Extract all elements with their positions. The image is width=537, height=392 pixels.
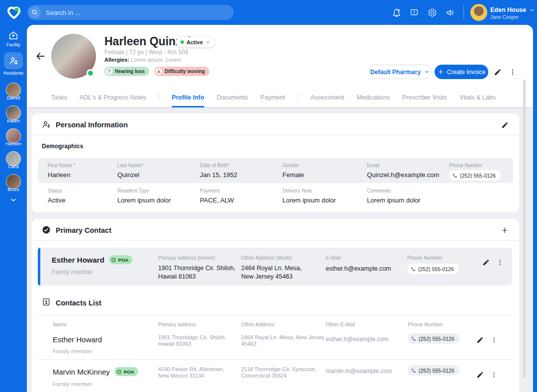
resident-name: Darrell: [0, 96, 27, 100]
address-line: 1901 Thornridge Cir. Shiloh,: [158, 334, 226, 341]
resident-name: Harleen: [0, 141, 27, 146]
contact-more-menu-icon[interactable]: [488, 369, 499, 380]
tag-label: Difficulty moving: [165, 69, 205, 74]
address-line: Hawaii 81063: [158, 273, 235, 281]
field-label: Status: [48, 188, 65, 194]
field-value: Quinzel.h@example.com: [367, 171, 439, 179]
global-search: [27, 5, 234, 20]
field-value: Lorem ipsum dolor: [117, 196, 171, 204]
resident-name: Bruce: [0, 187, 27, 192]
org-name: Eden House: [490, 6, 526, 13]
online-status-dot: [87, 69, 94, 77]
contact-relation: Family member: [53, 381, 92, 387]
address-line: 1901 Thornridge Cir. Shiloh,: [158, 264, 235, 273]
contacts-list-title: Contacts List: [56, 299, 101, 307]
status-label: Active: [186, 39, 203, 45]
contact-name: Esther Howard: [53, 335, 102, 344]
tag-hearing-loss[interactable]: Hearing loss: [104, 67, 149, 76]
contact-name: Esther Howard: [52, 256, 104, 264]
current-user-name: Jane Cooper: [490, 14, 519, 20]
contact-more-menu-icon[interactable]: [488, 334, 499, 345]
campaign-megaphone-icon[interactable]: [444, 6, 456, 19]
default-pharmacy-dropdown[interactable]: Default Pharmacy: [369, 65, 431, 79]
sidebar-expand-chevron-icon[interactable]: [9, 196, 17, 204]
contact-more-menu-icon[interactable]: [494, 257, 505, 268]
primary-contact-row: Esther Howard POA Family member Primary …: [38, 248, 512, 286]
vertical-scrollbar[interactable]: [523, 80, 526, 378]
messages-icon[interactable]: [408, 6, 421, 19]
field-value: Jan 15, 1952: [200, 171, 237, 179]
column-header: Primary address: [158, 321, 196, 327]
profile-more-menu-icon[interactable]: [507, 67, 518, 78]
search-input[interactable]: [41, 9, 234, 16]
tab-medications[interactable]: Medications: [357, 88, 390, 107]
edit-profile-pencil-icon[interactable]: [492, 67, 503, 78]
contact-relation: Family member: [52, 269, 93, 276]
field-value: Lorem ipsum dolor: [367, 196, 421, 204]
edit-contact-pencil-icon[interactable]: [474, 334, 485, 345]
pharmacy-label: Default Pharmacy: [370, 69, 421, 76]
tab-vitals-labs[interactable]: Vitals & Labs: [459, 88, 496, 107]
org-switcher[interactable]: Eden House: [490, 6, 535, 13]
contact-phone: (252) 555-0126: [419, 368, 454, 374]
back-arrow-icon[interactable]: [34, 50, 47, 63]
tab-documents[interactable]: Documents: [217, 88, 248, 107]
user-avatar[interactable]: [470, 4, 487, 21]
column-header: Other E-Mail: [326, 321, 355, 327]
contact-phone: (252) 555-0126: [419, 336, 454, 342]
field-label: Last Name*: [117, 163, 143, 168]
tab-adls-progress-notes[interactable]: ADL's & Progress Notes: [80, 88, 146, 107]
poa-label: POA: [124, 369, 134, 375]
resident-profile-photo: [51, 34, 96, 79]
address-line: 2464 Royal Ln. Mesa, New Jersey: [241, 334, 325, 341]
divider: [38, 315, 513, 315]
status-dropdown[interactable]: Active: [176, 37, 215, 47]
primary-contact-title: Primary Contact: [56, 226, 111, 234]
tag-difficulty-moving[interactable]: Difficulty moving: [154, 67, 209, 76]
field-label: Resident Type: [117, 188, 171, 194]
phone-icon: [411, 336, 416, 341]
tab-prescriber-visits[interactable]: Prescriber Visits: [402, 88, 447, 107]
resident-name: Carol: [0, 164, 27, 169]
create-invoice-button[interactable]: Create Invoice: [435, 65, 488, 79]
phone-number-pill[interactable]: (252) 555-0126: [408, 333, 459, 344]
tab-profile-info[interactable]: Profile Info: [172, 88, 204, 107]
field-label: Delivery Note: [282, 188, 336, 194]
field-label: Phone Number: [407, 255, 459, 261]
edit-contact-pencil-icon[interactable]: [480, 257, 491, 268]
address-line: New Jersey 45463: [241, 273, 302, 281]
address-line: Connecticut 35624: [241, 373, 316, 379]
personal-information-card: Personal Information Demographics First …: [32, 113, 519, 212]
field-label: Date of Birth*: [200, 163, 237, 168]
profile-tabs: Tasks ADL's & Progress Notes Profile Inf…: [51, 88, 496, 107]
phone-number-pill[interactable]: (252) 555-0126: [407, 264, 459, 274]
sidebar-item-residents[interactable]: [4, 52, 23, 69]
tab-assessment[interactable]: Assessment: [310, 88, 344, 107]
address-line: 45463: [241, 341, 325, 347]
search-icon[interactable]: [29, 6, 41, 18]
phone-number-pill[interactable]: (252) 555-0126: [408, 365, 459, 376]
sidebar-item-facility[interactable]: [8, 30, 19, 41]
chevron-down-icon: [205, 40, 210, 45]
resident-demographic-summary: Female | 72 yo | West - Rm 508: [104, 49, 188, 56]
field-label: First Name *: [48, 163, 76, 168]
tab-tasks[interactable]: Tasks: [51, 88, 67, 107]
notifications-bell-icon[interactable]: [390, 6, 403, 19]
personal-information-title: Personal Information: [56, 121, 128, 129]
settings-gear-icon[interactable]: [426, 6, 439, 19]
field-label: Email: [367, 163, 439, 168]
top-bar: Eden House Jane Cooper: [0, 0, 537, 25]
field-label: E-Mail: [326, 255, 391, 261]
contacts-card: Primary Contact Esther Howard POA Family…: [32, 219, 519, 392]
create-invoice-label: Create Invoice: [447, 69, 485, 76]
topbar-divider: [463, 5, 464, 19]
phone-number-pill[interactable]: (252) 555-0126: [449, 170, 501, 181]
main-content-panel: Harleen Quinzel Active Female | 72 yo | …: [27, 25, 533, 392]
edit-personal-info-pencil-icon[interactable]: [499, 119, 510, 130]
field-value: Active: [48, 196, 65, 204]
tag-label: Hearing loss: [115, 69, 145, 74]
add-contact-plus-icon[interactable]: [499, 225, 510, 236]
contact-relation: Family member: [53, 348, 92, 354]
tab-payment[interactable]: Payment: [261, 88, 285, 107]
edit-contact-pencil-icon[interactable]: [474, 369, 485, 380]
